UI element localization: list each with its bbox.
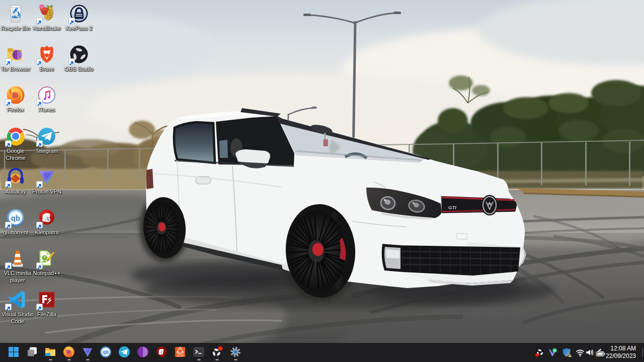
- svg-text:qb: qb: [103, 349, 109, 355]
- svg-text:22.04: 22.04: [177, 354, 184, 357]
- svg-text:22/09/2023: 22/09/2023: [606, 352, 636, 359]
- svg-text:GTI: GTI: [448, 205, 456, 210]
- svg-text:12:08 AM: 12:08 AM: [610, 345, 636, 352]
- svg-text:qb: qb: [11, 214, 20, 222]
